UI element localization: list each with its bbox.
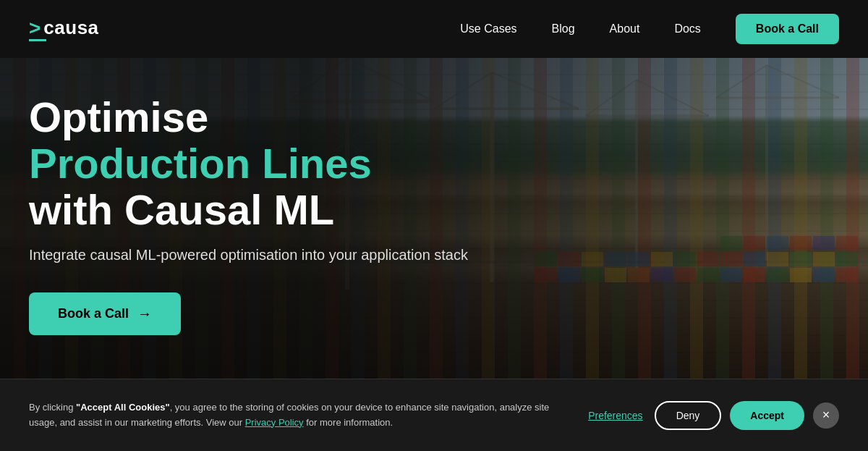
hero-book-call-button[interactable]: Book a Call →	[29, 292, 181, 335]
cookie-text: By clicking "Accept All Cookies", you ag…	[29, 400, 556, 431]
hero-content: Optimise Production Lines with Causal ML…	[0, 58, 868, 371]
logo-text: causa	[43, 17, 98, 39]
logo[interactable]: > causa	[29, 17, 99, 41]
nav-link-blog[interactable]: Blog	[552, 22, 575, 35]
nav-links: Use Cases Blog About Docs Book a Call	[460, 14, 839, 44]
hero-cta-arrow-icon: →	[137, 305, 152, 322]
cookie-close-icon: ×	[822, 408, 830, 423]
hero-cta-label: Book a Call	[58, 306, 129, 321]
cookie-deny-button[interactable]: Deny	[655, 401, 722, 430]
cookie-text-bold: "Accept All Cookies"	[76, 402, 170, 413]
hero-title-line1: Optimise	[29, 94, 839, 140]
cookie-text-part1: By clicking	[29, 402, 76, 413]
cookie-text-part3: for more information.	[304, 417, 393, 428]
navbar: > causa Use Cases Blog About Docs Book a…	[0, 0, 868, 58]
logo-underline	[29, 39, 46, 41]
nav-link-about[interactable]: About	[610, 22, 640, 35]
nav-link-use-cases[interactable]: Use Cases	[460, 22, 516, 35]
hero-title-line2: Production Lines	[29, 140, 839, 187]
cookie-accept-button[interactable]: Accept	[730, 401, 804, 430]
cookie-close-button[interactable]: ×	[813, 402, 839, 429]
nav-link-docs[interactable]: Docs	[674, 22, 700, 35]
cookie-privacy-link[interactable]: Privacy Policy	[245, 417, 304, 428]
hero-subtitle: Integrate causal ML-powered optimisation…	[29, 247, 499, 264]
logo-chevron-icon: >	[29, 18, 41, 38]
hero-section: Optimise Production Lines with Causal ML…	[0, 58, 868, 379]
hero-title-line3: with Causal ML	[29, 187, 839, 233]
nav-book-call-button[interactable]: Book a Call	[736, 14, 839, 44]
cookie-buttons: Preferences Deny Accept ×	[585, 401, 839, 430]
cookie-preferences-button[interactable]: Preferences	[585, 404, 645, 427]
cookie-banner: By clicking "Accept All Cookies", you ag…	[0, 379, 868, 451]
